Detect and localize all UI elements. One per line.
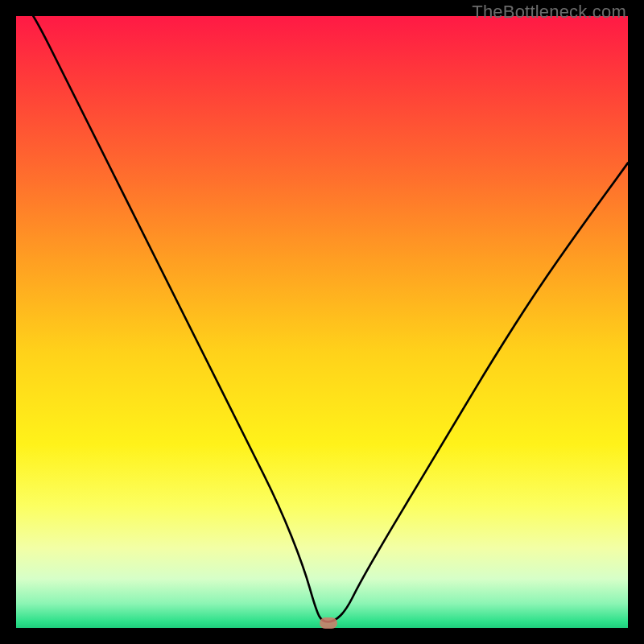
watermark-text: TheBottleneck.com — [472, 2, 626, 23]
curve-path — [16, 16, 628, 621]
bottleneck-curve — [16, 16, 628, 628]
chart-frame: TheBottleneck.com — [0, 0, 644, 644]
chart-plot-area — [16, 16, 628, 628]
min-marker — [320, 617, 337, 629]
